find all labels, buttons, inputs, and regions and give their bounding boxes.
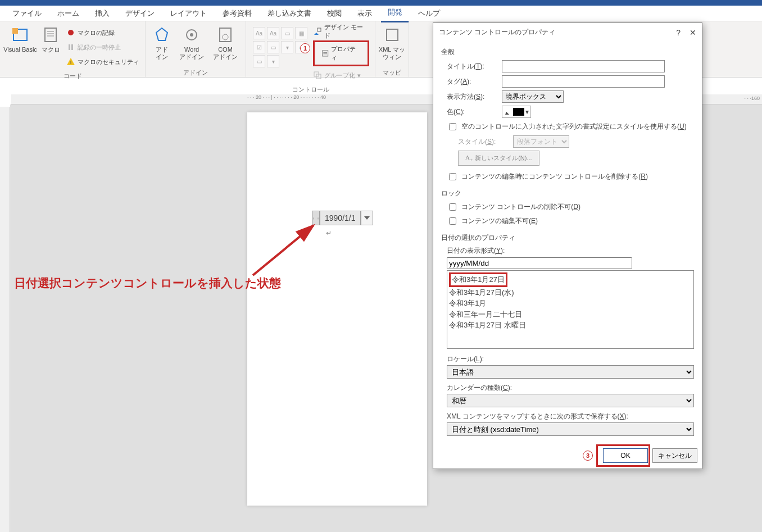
dropdown-control[interactable]: ▾ bbox=[281, 41, 293, 53]
date-value[interactable]: 1990/1/1 bbox=[320, 211, 361, 225]
tab-design[interactable]: デザイン bbox=[119, 5, 161, 22]
group-icon bbox=[313, 71, 322, 80]
tab-layout[interactable]: レイアウト bbox=[164, 5, 214, 22]
group-controls: Aa Aa ▭ ▦ ☑ ▭ ▾ ▭ ▭ ▾ デザイン モード 1 bbox=[246, 21, 375, 77]
com-icon bbox=[216, 26, 234, 44]
xml-mapping-button[interactable]: XML マッ ウィン bbox=[375, 24, 409, 67]
svg-rect-20 bbox=[387, 29, 398, 40]
xml-format-label: XML コンテンツをマップするときに次の形式で保存する(X): bbox=[447, 412, 694, 421]
format-option-5[interactable]: 令和3年1月27日 水曜日 bbox=[449, 320, 692, 331]
locale-select[interactable]: 日本語 bbox=[447, 365, 694, 379]
tab-insert[interactable]: 挿入 bbox=[88, 5, 116, 22]
style-label: スタイル(S): bbox=[452, 137, 509, 147]
picture-control[interactable]: ▭ bbox=[281, 27, 293, 39]
calendar-select[interactable]: 和暦 bbox=[447, 394, 694, 407]
lock-edit-label: コンテンツの編集不可(E) bbox=[461, 216, 538, 226]
tab-view[interactable]: 表示 bbox=[351, 5, 379, 22]
tab-review[interactable]: 校閲 bbox=[320, 5, 348, 22]
design-mode-button[interactable]: デザイン モード bbox=[313, 26, 369, 37]
format-option-1[interactable]: 令和3年1月27日 bbox=[449, 272, 507, 287]
vb-label: Visual Basic bbox=[3, 46, 37, 53]
xml-icon bbox=[383, 26, 401, 44]
color-label: 色(C): bbox=[441, 107, 497, 117]
style-a-icon: A+ bbox=[465, 154, 473, 162]
tag-label: タグ(A): bbox=[441, 77, 497, 87]
repeating-control[interactable]: ▭ bbox=[253, 55, 265, 67]
cancel-button[interactable]: キャンセル bbox=[652, 448, 697, 463]
remove-on-edit-label: コンテンツの編集時にコンテンツ コントロールを削除する(R) bbox=[461, 172, 648, 181]
format-label: 日付の表示形式(Y): bbox=[447, 246, 694, 256]
tab-home[interactable]: ホーム bbox=[51, 5, 86, 22]
show-select[interactable]: 境界ボックス bbox=[502, 90, 564, 103]
group-addins: アド イン Word アドイン COM アドイン アドイン bbox=[146, 21, 246, 77]
pen-icon bbox=[504, 108, 512, 116]
properties-button[interactable]: プロパティ bbox=[317, 43, 365, 63]
macro-label: マクロ bbox=[42, 46, 60, 53]
svg-rect-1 bbox=[12, 28, 18, 34]
tab-mailings[interactable]: 差し込み文書 bbox=[261, 5, 318, 22]
annotation-text: 日付選択コンテンツコントロールを挿入した状態 bbox=[14, 275, 281, 291]
word-addin-button[interactable]: Word アドイン bbox=[175, 24, 208, 67]
show-label: 表示方法(S): bbox=[441, 92, 497, 102]
ok-button[interactable]: OK bbox=[603, 448, 648, 463]
macro-button[interactable]: マクロ bbox=[37, 24, 64, 67]
building-block-control[interactable]: ▦ bbox=[295, 27, 307, 39]
tag-input[interactable] bbox=[502, 75, 665, 88]
visual-basic-button[interactable]: Visual Basic bbox=[3, 24, 37, 67]
addin-button[interactable]: アド イン bbox=[149, 24, 175, 67]
tab-references[interactable]: 参考資料 bbox=[216, 5, 258, 22]
use-style-checkbox[interactable] bbox=[449, 123, 456, 130]
date-dropdown-button[interactable] bbox=[361, 211, 373, 225]
date-picker-content-control[interactable]: ⋮⋮ 1990/1/1 bbox=[312, 211, 373, 225]
record-macro-button[interactable]: マクロの記録 bbox=[66, 27, 139, 38]
date-format-input[interactable] bbox=[447, 257, 632, 269]
control-grip-icon[interactable]: ⋮⋮ bbox=[312, 211, 320, 225]
addin-group-label: アドイン bbox=[183, 67, 208, 79]
warning-icon: ! bbox=[66, 57, 75, 66]
title-input[interactable] bbox=[502, 60, 665, 72]
format-option-2[interactable]: 令和3年1月27日(水) bbox=[449, 287, 692, 298]
tab-developer[interactable]: 開発 bbox=[381, 4, 409, 22]
combo-control[interactable]: ▭ bbox=[267, 41, 279, 53]
dialog-title: コンテンツ コントロールのプロパティ bbox=[439, 28, 555, 37]
svg-point-11 bbox=[190, 33, 193, 37]
svg-rect-8 bbox=[71, 44, 73, 50]
properties-icon bbox=[321, 49, 329, 57]
svg-rect-15 bbox=[323, 51, 328, 56]
date-format-listbox[interactable]: 2 令和3年1月27日 令和3年1月27日(水) 令和3年1月 令和三年一月二十… bbox=[447, 270, 694, 349]
callout-1: 1 bbox=[300, 43, 310, 53]
pause-recording-button: 記録の一時停止 bbox=[66, 42, 139, 53]
general-section: 全般 bbox=[441, 47, 694, 57]
macro-icon bbox=[42, 26, 60, 44]
macro-security-button[interactable]: ! マクロのセキュリティ bbox=[66, 56, 139, 67]
remove-on-edit-checkbox[interactable] bbox=[449, 173, 456, 180]
title-label: タイトル(T): bbox=[441, 62, 497, 71]
new-style-button: A+ 新しいスタイル(N)... bbox=[458, 151, 539, 166]
lock-delete-checkbox[interactable] bbox=[449, 203, 456, 211]
dialog-titlebar: コンテンツ コントロールのプロパティ ? ✕ bbox=[433, 23, 702, 42]
plain-text-control[interactable]: Aa bbox=[267, 27, 279, 39]
tab-help[interactable]: ヘルプ bbox=[411, 5, 447, 22]
ribbon-tabs: ファイル ホーム 挿入 デザイン レイアウト 参考資料 差し込み文書 校閲 表示… bbox=[0, 6, 762, 21]
format-option-4[interactable]: 令和三年一月二十七日 bbox=[449, 309, 692, 320]
vertical-ruler bbox=[0, 107, 10, 532]
checkbox-control[interactable]: ☑ bbox=[253, 41, 265, 53]
help-button[interactable]: ? bbox=[676, 28, 681, 37]
group-code: Visual Basic マクロ マクロの記録 記録の一時停止 ! マクロのセキ… bbox=[0, 21, 146, 77]
document-page[interactable] bbox=[247, 112, 427, 506]
format-option-3[interactable]: 令和3年1月 bbox=[449, 298, 692, 309]
com-addin-button[interactable]: COM アドイン bbox=[208, 24, 242, 67]
group-button: グループ化 ▾ bbox=[313, 70, 369, 81]
tab-file[interactable]: ファイル bbox=[6, 5, 48, 22]
date-section: 日付の選択のプロパティ bbox=[441, 233, 694, 243]
chevron-down-icon bbox=[364, 216, 370, 220]
color-picker[interactable]: ▾ bbox=[502, 106, 531, 118]
rich-text-control[interactable]: Aa bbox=[253, 27, 265, 39]
close-button[interactable]: ✕ bbox=[690, 28, 696, 37]
xml-format-select[interactable]: 日付と時刻 (xsd:dateTime) bbox=[447, 422, 694, 436]
lock-edit-checkbox[interactable] bbox=[449, 217, 456, 225]
code-group-label: コード bbox=[64, 71, 82, 83]
legacy-control[interactable]: ▾ bbox=[267, 55, 279, 67]
content-control-properties-dialog: コンテンツ コントロールのプロパティ ? ✕ 全般 タイトル(T): タグ(A)… bbox=[433, 22, 702, 469]
ruler-right-fragment: · · ·160 bbox=[744, 96, 760, 101]
